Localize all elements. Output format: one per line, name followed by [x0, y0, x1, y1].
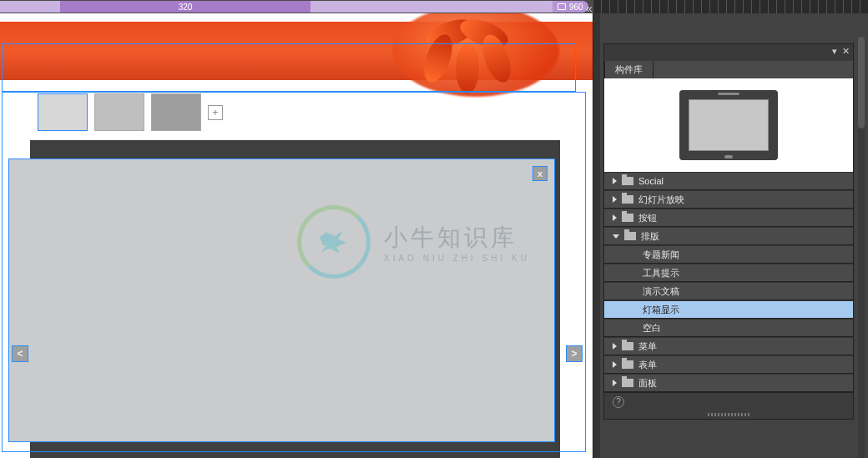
sidebar-scrollbar[interactable] — [858, 37, 865, 458]
panel-titlebar[interactable]: ▾ ✕ — [604, 44, 853, 61]
tree-item-featured-news[interactable]: 专题新闻 — [604, 245, 853, 264]
widget-library-panel: ▾ ✕ 构件库 Social 幻灯片放映 按钮 — [603, 43, 854, 420]
selection-outline — [2, 43, 576, 92]
folder-icon — [622, 379, 633, 387]
widget-tree: Social 幻灯片放映 按钮 排版 专题新闻 工具提示 — [604, 172, 853, 419]
folder-icon — [624, 232, 636, 240]
collapse-icon[interactable] — [613, 234, 619, 239]
folder-icon — [622, 360, 633, 369]
panel-help-button[interactable]: ? — [604, 392, 853, 410]
breakpoint-label-320[interactable]: 320 — [60, 1, 310, 13]
tree-item-menu[interactable]: 菜单 — [604, 337, 853, 355]
preview-device-icon — [679, 90, 778, 160]
folder-icon — [622, 195, 633, 204]
expand-icon[interactable] — [613, 196, 617, 203]
panel-close-icon[interactable]: ✕ — [842, 46, 850, 57]
design-canvas[interactable]: + x < > 小牛知识库 XIAO NIU ZHI SHI KU — [0, 13, 593, 458]
widget-preview — [604, 78, 853, 172]
folder-icon — [622, 342, 633, 350]
scroll-thumb[interactable] — [858, 37, 865, 128]
tree-item-panel[interactable]: 面板 — [604, 374, 853, 392]
expand-icon[interactable] — [613, 380, 617, 386]
tree-item-lightbox[interactable]: 灯箱显示 — [604, 300, 853, 319]
breakpoint-handle-current[interactable]: 960 — [553, 1, 588, 13]
expand-icon[interactable] — [613, 214, 617, 221]
breakpoint-ruler[interactable]: 320 960 — [0, 0, 593, 13]
expand-icon[interactable] — [613, 361, 617, 368]
expand-icon[interactable] — [613, 178, 617, 184]
tree-item-social[interactable]: Social — [604, 172, 853, 190]
tree-item-blank[interactable]: 空白 — [604, 319, 853, 337]
panel-minimize-icon[interactable]: ▾ — [832, 46, 837, 57]
folder-icon — [622, 177, 633, 185]
tree-item-slideshow[interactable]: 幻灯片放映 — [604, 190, 853, 209]
folder-icon — [622, 214, 633, 222]
tree-item-form[interactable]: 表单 — [604, 355, 853, 374]
ruler-ticks — [593, 0, 868, 13]
panel-resize-handle[interactable] — [604, 410, 853, 419]
expand-icon[interactable] — [613, 343, 617, 350]
tree-item-presentation[interactable]: 演示文稿 — [604, 282, 853, 300]
right-sidebar: ▾ ✕ 构件库 Social 幻灯片放映 按钮 — [593, 13, 868, 458]
tree-item-button[interactable]: 按钮 — [604, 209, 853, 227]
sidebar-rail[interactable] — [593, 13, 600, 458]
panel-tab-widget-library[interactable]: 构件库 — [604, 60, 654, 78]
widget-selection-outline — [2, 92, 586, 452]
tree-item-layout[interactable]: 排版 — [604, 227, 853, 245]
help-icon: ? — [613, 396, 624, 408]
tree-item-tooltip[interactable]: 工具提示 — [604, 264, 853, 282]
